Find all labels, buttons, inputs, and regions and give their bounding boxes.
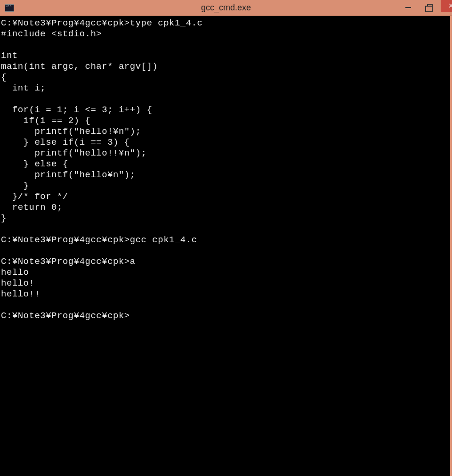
window-title: gcc_cmd.exe	[201, 3, 251, 13]
close-button[interactable]: ×	[441, 0, 452, 12]
maximize-icon	[427, 4, 433, 8]
window-controls: ×	[397, 0, 452, 14]
terminal-output[interactable]: C:¥Note3¥Prog¥4gcc¥cpk>type cpk1_4.c #in…	[0, 16, 452, 476]
minimize-button[interactable]	[397, 0, 419, 12]
minimize-icon	[405, 7, 411, 8]
close-icon: ×	[449, 2, 452, 10]
window-titlebar[interactable]: gcc_cmd.exe ×	[0, 0, 452, 16]
maximize-button[interactable]	[419, 0, 441, 12]
app-icon	[5, 4, 14, 12]
